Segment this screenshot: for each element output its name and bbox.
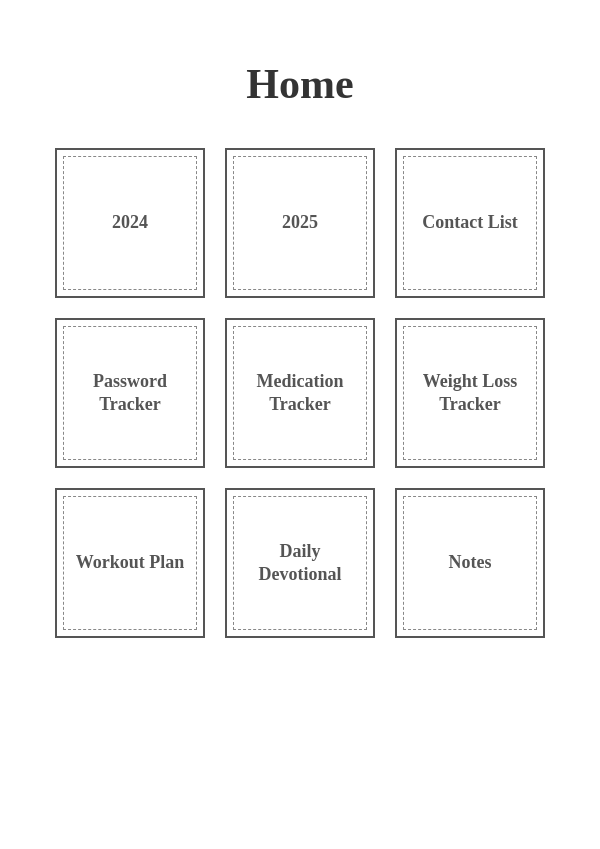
- page-title: Home: [246, 60, 353, 108]
- item-medication-tracker[interactable]: Medication Tracker: [225, 318, 375, 468]
- item-password-tracker-label: Password Tracker: [57, 360, 203, 427]
- item-contact-list[interactable]: Contact List: [395, 148, 545, 298]
- item-daily-devotional-label: Daily Devotional: [227, 530, 373, 597]
- home-grid: 20242025Contact ListPassword TrackerMedi…: [25, 148, 575, 638]
- item-weight-loss-tracker[interactable]: Weight Loss Tracker: [395, 318, 545, 468]
- item-daily-devotional[interactable]: Daily Devotional: [225, 488, 375, 638]
- item-notes-label: Notes: [439, 541, 502, 584]
- item-2024[interactable]: 2024: [55, 148, 205, 298]
- item-2025-label: 2025: [272, 201, 328, 244]
- item-medication-tracker-label: Medication Tracker: [227, 360, 373, 427]
- item-workout-plan-label: Workout Plan: [66, 541, 195, 584]
- item-contact-list-label: Contact List: [412, 201, 528, 244]
- item-2024-label: 2024: [102, 201, 158, 244]
- item-workout-plan[interactable]: Workout Plan: [55, 488, 205, 638]
- item-notes[interactable]: Notes: [395, 488, 545, 638]
- item-weight-loss-tracker-label: Weight Loss Tracker: [397, 360, 543, 427]
- item-2025[interactable]: 2025: [225, 148, 375, 298]
- item-password-tracker[interactable]: Password Tracker: [55, 318, 205, 468]
